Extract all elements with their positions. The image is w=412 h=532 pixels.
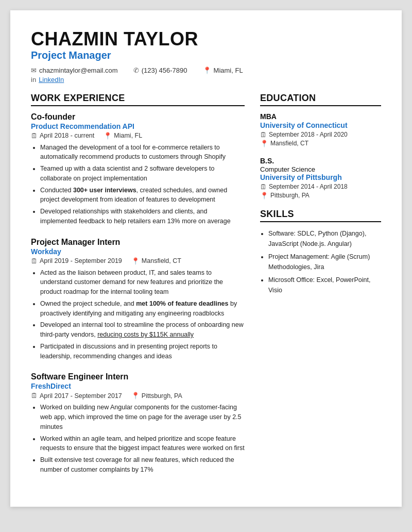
loc-icon-edu1: 📍 (260, 140, 268, 147)
underline-phrase: reducing costs by $115K annually (97, 331, 194, 338)
edu-degree-bs: B.S. (260, 157, 381, 165)
job-bullets-cofounder: Managed the development of a tool for e-… (31, 143, 245, 226)
location-icon: 📍 (203, 66, 211, 74)
bullet-item: Participated in discussions and in prese… (40, 342, 245, 361)
job-meta-workday: 🗓 April 2019 - September 2019 📍 Mansfiel… (31, 257, 245, 265)
left-column: WORK EXPERIENCE Co-founder Product Recom… (31, 93, 245, 486)
location-item: 📍 Miami, FL (203, 66, 243, 74)
bullet-item: Managed the development of a tool for e-… (40, 143, 245, 162)
bullet-item: Worked on building new Angular component… (40, 403, 245, 431)
calendar-icon-3: 🗓 (31, 392, 38, 400)
edu-date-bs: 🗓 September 2014 - April 2018 (260, 183, 381, 191)
edu-field-cs: Computer Science (260, 165, 381, 173)
header: CHAZMIN TAYLOR Project Manager ✉ chazmin… (31, 29, 381, 84)
resume-container: CHAZMIN TAYLOR Project Manager ✉ chazmin… (10, 10, 402, 507)
job-location-freshdirect: 📍 Pittsburgh, PA (131, 392, 182, 400)
job-meta-cofounder: 🗓 April 2018 - current 📍 Miami, FL (31, 132, 245, 140)
job-company-freshdirect: FreshDirect (31, 382, 245, 390)
loc-icon-edu2: 📍 (260, 192, 268, 200)
skill-item: Project Management: Agile (Scrum) Method… (268, 252, 381, 272)
email-item: ✉ chazmintaylor@email.com (31, 66, 118, 74)
linkedin-icon: in (31, 76, 36, 84)
loc-icon-2: 📍 (131, 257, 140, 265)
edu-degree-mba: MBA (260, 112, 381, 121)
work-experience-header: WORK EXPERIENCE (31, 93, 245, 106)
calendar-icon-edu2: 🗓 (260, 183, 267, 191)
bullet-item: Acted as the liaison between product, IT… (40, 268, 245, 297)
skills-list: Software: SDLC, Python (Django), JavaScr… (260, 228, 381, 295)
loc-icon-3: 📍 (131, 392, 140, 400)
right-column: EDUCATION MBA University of Connecticut … (260, 93, 381, 486)
job-title-workday: Project Manager Intern (31, 238, 245, 247)
bullet-item: Developed relationships with stakeholder… (40, 207, 245, 226)
job-date-cofounder: 🗓 April 2018 - current (31, 132, 94, 140)
location-value: Miami, FL (214, 66, 243, 74)
job-block-cofounder: Co-founder Product Recommendation API 🗓 … (31, 112, 245, 226)
edu-date-mba: 🗓 September 2018 - April 2020 (260, 131, 381, 139)
edu-location-mba: 📍 Mansfield, CT (260, 140, 381, 147)
job-title-freshdirect: Software Engineer Intern (31, 372, 245, 381)
edu-block-bs: B.S. Computer Science University of Pitt… (260, 157, 381, 200)
contact-row-2: in LinkedIn (31, 76, 381, 84)
job-meta-freshdirect: 🗓 April 2017 - September 2017 📍 Pittsbur… (31, 392, 245, 400)
job-location-cofounder: 📍 Miami, FL (104, 132, 142, 140)
edu-location-bs: 📍 Pittsburgh, PA (260, 192, 381, 200)
candidate-name: CHAZMIN TAYLOR (31, 29, 381, 49)
bullet-item: Conducted 300+ user interviews, created … (40, 186, 245, 205)
email-value: chazmintaylor@email.com (39, 66, 118, 74)
loc-icon-1: 📍 (104, 132, 112, 140)
skills-header: SKILLS (260, 209, 381, 222)
job-block-workday: Project Manager Intern Workday 🗓 April 2… (31, 238, 245, 361)
phone-value: (123) 456-7890 (142, 66, 187, 74)
calendar-icon-2: 🗓 (31, 257, 38, 265)
job-date-workday: 🗓 April 2019 - September 2019 (31, 257, 122, 265)
candidate-title: Project Manager (31, 49, 381, 61)
bullet-item: Teamed up with a data scientist and 2 so… (40, 164, 245, 184)
bullet-item: Developed an internal tool to streamline… (40, 320, 245, 340)
main-layout: WORK EXPERIENCE Co-founder Product Recom… (31, 93, 381, 486)
education-header: EDUCATION (260, 93, 381, 106)
bold-phrase: met 100% of feature deadlines (136, 300, 228, 307)
job-company-workday: Workday (31, 247, 245, 256)
bullet-item: Worked within an agile team, and helped … (40, 434, 245, 454)
job-title-cofounder: Co-founder (31, 112, 245, 122)
edu-school-pitt: University of Pittsburgh (260, 173, 381, 181)
skill-item: Microsoft Office: Excel, PowerPoint, Vis… (268, 275, 381, 295)
phone-item: ✆ (123) 456-7890 (133, 66, 187, 74)
job-location-workday: 📍 Mansfield, CT (131, 257, 181, 265)
job-bullets-workday: Acted as the liaison between product, IT… (31, 268, 245, 361)
bullet-item: Owned the project schedule, and met 100%… (40, 299, 245, 319)
bold-phrase: 300+ user interviews (73, 187, 136, 194)
job-date-freshdirect: 🗓 April 2017 - September 2017 (31, 392, 122, 400)
edu-school-uconn: University of Connecticut (260, 121, 381, 129)
job-block-freshdirect: Software Engineer Intern FreshDirect 🗓 A… (31, 372, 245, 474)
calendar-icon-edu1: 🗓 (260, 131, 267, 139)
phone-icon: ✆ (133, 66, 139, 74)
email-icon: ✉ (31, 66, 37, 74)
edu-block-mba: MBA University of Connecticut 🗓 Septembe… (260, 112, 381, 147)
linkedin-link[interactable]: LinkedIn (39, 76, 64, 84)
linkedin-item: in LinkedIn (31, 76, 64, 84)
job-bullets-freshdirect: Worked on building new Angular component… (31, 403, 245, 474)
bullet-item: Built extensive test coverage for all ne… (40, 455, 245, 475)
job-company-pra: Product Recommendation API (31, 122, 245, 130)
calendar-icon: 🗓 (31, 132, 38, 140)
contact-row-1: ✉ chazmintaylor@email.com ✆ (123) 456-78… (31, 66, 381, 74)
skill-item: Software: SDLC, Python (Django), JavaScr… (268, 228, 381, 249)
